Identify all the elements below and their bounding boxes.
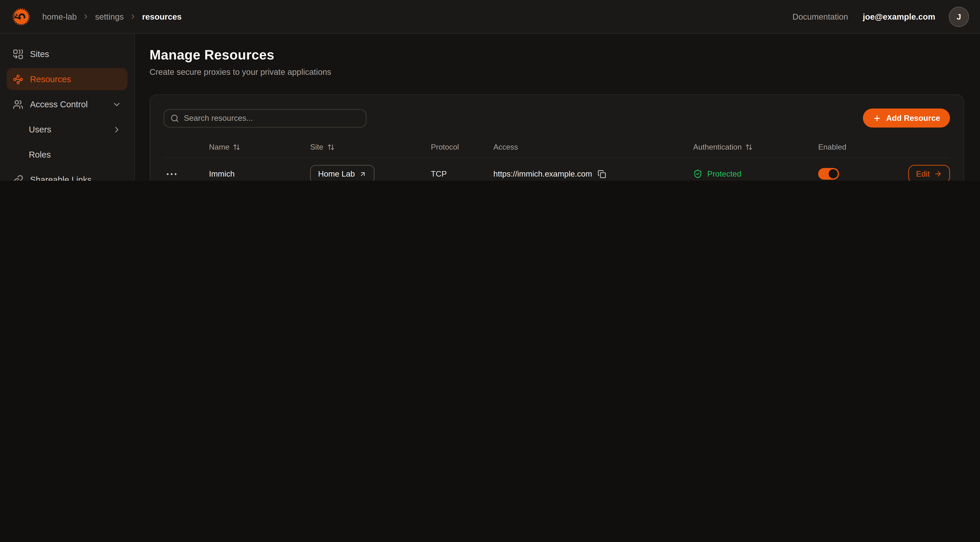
add-resource-button[interactable]: Add Resource bbox=[863, 108, 950, 128]
resource-protocol: TCP bbox=[431, 169, 493, 179]
sites-icon bbox=[13, 49, 23, 59]
sidebar-item-access-control[interactable]: Access Control bbox=[7, 93, 127, 115]
search-input[interactable] bbox=[184, 113, 360, 123]
page-subtitle: Create secure proxies to your private ap… bbox=[150, 67, 964, 77]
sidebar-item-label: Sites bbox=[30, 49, 49, 59]
sidebar-item-label: Shareable Links bbox=[30, 175, 92, 181]
copy-icon[interactable] bbox=[598, 170, 606, 178]
edit-label: Edit bbox=[916, 169, 930, 179]
sort-icon bbox=[327, 143, 334, 151]
row-menu-button[interactable] bbox=[164, 167, 178, 181]
column-header-access: Access bbox=[493, 143, 693, 151]
link-icon bbox=[13, 175, 23, 181]
sidebar-item-roles[interactable]: Roles bbox=[7, 143, 127, 166]
sidebar-item-sites[interactable]: Sites bbox=[7, 43, 127, 65]
resources-icon bbox=[13, 74, 23, 84]
sidebar-item-label: Resources bbox=[30, 74, 71, 84]
sidebar-item-label: Access Control bbox=[30, 99, 88, 109]
sort-icon bbox=[233, 143, 240, 151]
sidebar-item-label: Roles bbox=[29, 150, 51, 159]
search-icon bbox=[170, 114, 179, 123]
enabled-toggle[interactable] bbox=[818, 168, 839, 180]
column-header-authentication[interactable]: Authentication bbox=[693, 143, 818, 151]
plus-icon bbox=[873, 114, 881, 123]
users-icon bbox=[13, 99, 23, 110]
table-header-row: Name Site Protocol Access Authenticati bbox=[164, 136, 950, 158]
topbar: home-lab settings resources Documentatio… bbox=[0, 0, 980, 34]
resource-name: Immich bbox=[209, 169, 310, 179]
shield-check-icon bbox=[693, 169, 702, 179]
toggle-knob bbox=[829, 169, 838, 179]
sidebar-nav: Sites Resources Access Control Users bbox=[7, 43, 127, 181]
auth-status-label: Protected bbox=[707, 169, 741, 179]
chevron-down-icon bbox=[112, 100, 121, 109]
sidebar: Sites Resources Access Control Users bbox=[0, 34, 135, 181]
app-window: home-lab settings resources Documentatio… bbox=[0, 0, 980, 181]
resources-table: Name Site Protocol Access Authenticati bbox=[164, 136, 950, 181]
column-header-protocol: Protocol bbox=[431, 143, 493, 151]
sidebar-item-users[interactable]: Users bbox=[7, 118, 127, 140]
arrow-right-icon bbox=[934, 170, 942, 178]
breadcrumb-org[interactable]: home-lab bbox=[42, 12, 77, 21]
site-name: Home Lab bbox=[318, 169, 355, 179]
user-email[interactable]: joe@example.com bbox=[863, 12, 935, 21]
column-header-enabled: Enabled bbox=[818, 143, 904, 151]
column-header-label: Authentication bbox=[693, 143, 742, 151]
arrow-up-right-icon bbox=[359, 170, 366, 178]
pangolin-logo-icon[interactable] bbox=[11, 6, 31, 27]
documentation-link[interactable]: Documentation bbox=[792, 12, 848, 21]
column-header-label: Site bbox=[310, 143, 323, 151]
sidebar-item-label: Users bbox=[29, 124, 51, 134]
access-url[interactable]: https://immich.example.com bbox=[493, 169, 592, 179]
search-box bbox=[164, 109, 366, 128]
card-toolbar: Add Resource bbox=[164, 108, 950, 128]
chevron-right-icon bbox=[129, 13, 137, 20]
column-header-label: Enabled bbox=[818, 143, 846, 151]
resources-card: Add Resource Name Site Protocol bbox=[150, 94, 964, 181]
column-header-label: Access bbox=[493, 143, 518, 151]
breadcrumb-settings[interactable]: settings bbox=[95, 12, 124, 21]
breadcrumb-page[interactable]: resources bbox=[142, 12, 181, 21]
main-content: Manage Resources Create secure proxies t… bbox=[135, 34, 980, 181]
chevron-right-icon bbox=[112, 125, 121, 134]
breadcrumb: home-lab settings resources bbox=[42, 12, 181, 21]
auth-status: Protected bbox=[693, 169, 818, 179]
column-header-label: Protocol bbox=[431, 143, 459, 151]
avatar-initial: J bbox=[957, 12, 961, 21]
page-title: Manage Resources bbox=[150, 47, 964, 63]
resource-access: https://immich.example.com bbox=[493, 169, 693, 179]
add-resource-label: Add Resource bbox=[886, 113, 940, 123]
chevron-right-icon bbox=[82, 13, 90, 20]
table-row: Immich Home Lab TCP https://immich.examp… bbox=[164, 158, 950, 181]
sidebar-item-shareable-links[interactable]: Shareable Links bbox=[7, 169, 127, 181]
sort-icon bbox=[746, 143, 753, 151]
edit-button[interactable]: Edit bbox=[908, 165, 950, 181]
site-link[interactable]: Home Lab bbox=[310, 165, 374, 181]
column-header-site[interactable]: Site bbox=[310, 143, 431, 151]
sidebar-item-resources[interactable]: Resources bbox=[7, 68, 127, 90]
column-header-label: Name bbox=[209, 143, 229, 151]
column-header-name[interactable]: Name bbox=[209, 143, 310, 151]
avatar[interactable]: J bbox=[949, 6, 969, 27]
